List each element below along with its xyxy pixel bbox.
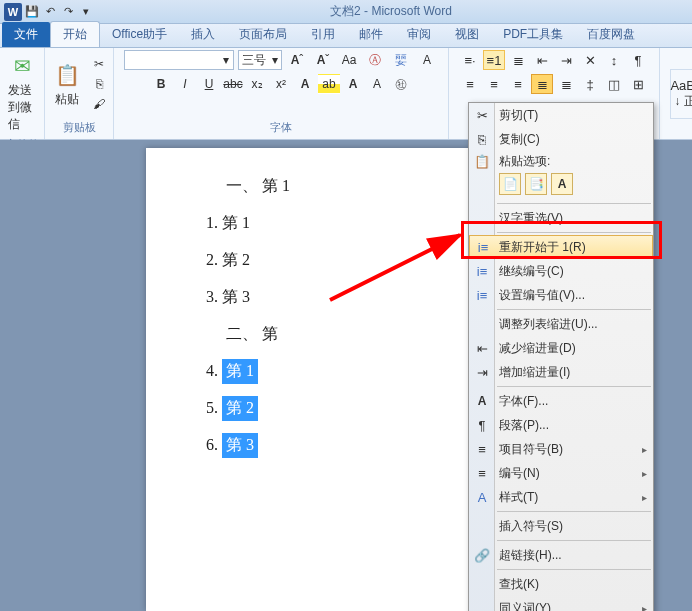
subscript-button[interactable]: x₂ — [246, 74, 268, 94]
title-bar: W 💾 ↶ ↷ ▾ 文档2 - Microsoft Word — [0, 0, 692, 24]
font-size-select[interactable]: 三号▾ — [238, 50, 282, 70]
menu-paragraph[interactable]: ¶段落(P)... — [469, 413, 653, 437]
menu-restart-at-1[interactable]: i≡重新开始于 1(R) — [469, 235, 653, 259]
clear-format-icon[interactable]: Ⓐ — [364, 50, 386, 70]
menu-cut[interactable]: ✂剪切(T) — [469, 103, 653, 127]
menu-decrease-indent[interactable]: ⇤减少缩进量(D) — [469, 336, 653, 360]
tab-review[interactable]: 审阅 — [395, 22, 443, 47]
tab-pdf-tools[interactable]: PDF工具集 — [491, 22, 575, 47]
menu-increase-indent[interactable]: ⇥增加缩进量(I) — [469, 360, 653, 384]
hyperlink-icon: 🔗 — [473, 546, 491, 564]
borders-icon[interactable]: ⊞ — [627, 74, 649, 94]
paste-keep-format-icon[interactable]: 📄 — [499, 173, 521, 195]
separator — [497, 511, 651, 512]
menu-adjust-indent[interactable]: 调整列表缩进(U)... — [469, 312, 653, 336]
menu-numbering[interactable]: ≡编号(N)▸ — [469, 461, 653, 485]
distribute-icon[interactable]: ≣ — [555, 74, 577, 94]
paste-merge-icon[interactable]: 📑 — [525, 173, 547, 195]
menu-hanzi-reselect[interactable]: 汉字重选(V) — [469, 206, 653, 230]
qat-dropdown-icon[interactable]: ▾ — [78, 4, 94, 20]
separator — [497, 232, 651, 233]
submenu-arrow-icon: ▸ — [642, 468, 647, 479]
quick-access-toolbar: W 💾 ↶ ↷ ▾ — [4, 3, 94, 21]
superscript-button[interactable]: x² — [270, 74, 292, 94]
doc-num: 6. — [206, 428, 222, 461]
ribbon-tabs: 文件 开始 Office助手 插入 页面布局 引用 邮件 审阅 视图 PDF工具… — [0, 24, 692, 48]
format-painter-icon[interactable]: 🖌 — [89, 95, 109, 113]
tab-office-helper[interactable]: Office助手 — [100, 22, 179, 47]
menu-styles[interactable]: A样式(T)▸ — [469, 485, 653, 509]
align-right-icon[interactable]: ≡ — [507, 74, 529, 94]
tab-insert[interactable]: 插入 — [179, 22, 227, 47]
line-spacing-icon[interactable]: ‡ — [579, 74, 601, 94]
redo-icon[interactable]: ↷ — [60, 4, 76, 20]
align-center-icon[interactable]: ≡ — [483, 74, 505, 94]
highlight-icon[interactable]: ab — [318, 74, 340, 94]
tab-view[interactable]: 视图 — [443, 22, 491, 47]
undo-icon[interactable]: ↶ — [42, 4, 58, 20]
paste-icon: 📋 — [53, 61, 81, 89]
separator — [497, 386, 651, 387]
send-to-wechat-button[interactable]: ✉ 发送到微信 — [4, 50, 40, 135]
doc-line: 1. 第 1 — [176, 205, 516, 242]
tab-baidu[interactable]: 百度网盘 — [575, 22, 647, 47]
doc-line: 3. 第 3 — [176, 279, 516, 316]
bold-button[interactable]: B — [150, 74, 172, 94]
menu-insert-symbol[interactable]: 插入符号(S) — [469, 514, 653, 538]
style-normal[interactable]: AaBbC ↓ 正文 — [670, 69, 692, 119]
menu-synonyms[interactable]: 同义词(Y)▸ — [469, 596, 653, 611]
show-marks-icon[interactable]: ¶ — [627, 50, 649, 70]
doc-line: 2. 第 2 — [176, 242, 516, 279]
enclose-char-icon[interactable]: ㊓ — [390, 74, 412, 94]
wechat-icon: ✉ — [8, 52, 36, 80]
group-font-label: 字体 — [118, 118, 444, 137]
save-icon[interactable]: 💾 — [24, 4, 40, 20]
multilevel-icon[interactable]: ≣ — [507, 50, 529, 70]
increase-indent-icon[interactable]: ⇥ — [555, 50, 577, 70]
submenu-arrow-icon: ▸ — [642, 492, 647, 503]
tab-mailings[interactable]: 邮件 — [347, 22, 395, 47]
doc-line: 一、 第 1 — [176, 168, 516, 205]
char-shading-icon[interactable]: A — [366, 74, 388, 94]
grow-font-icon[interactable]: Aˆ — [286, 50, 308, 70]
change-case-icon[interactable]: Aa — [338, 50, 360, 70]
strike-button[interactable]: abc — [222, 74, 244, 94]
doc-selected: 第 2 — [222, 396, 258, 421]
menu-continue-numbering[interactable]: i≡继续编号(C) — [469, 259, 653, 283]
menu-hyperlink[interactable]: 🔗超链接(H)... — [469, 543, 653, 567]
numbering-icon[interactable]: ≡1 — [483, 50, 505, 70]
font-color-icon[interactable]: A — [342, 74, 364, 94]
tab-home[interactable]: 开始 — [50, 21, 100, 47]
copy-icon: ⎘ — [473, 130, 491, 148]
decrease-indent-icon[interactable]: ⇤ — [531, 50, 553, 70]
char-border-icon[interactable]: A — [416, 50, 438, 70]
italic-button[interactable]: I — [174, 74, 196, 94]
underline-button[interactable]: U — [198, 74, 220, 94]
paste-button[interactable]: 📋 粘贴 — [49, 59, 85, 110]
shading-icon[interactable]: ◫ — [603, 74, 625, 94]
menu-find[interactable]: 查找(K) — [469, 572, 653, 596]
paste-text-only-icon[interactable]: A — [551, 173, 573, 195]
copy-icon[interactable]: ⎘ — [89, 75, 109, 93]
cut-icon[interactable]: ✂ — [89, 55, 109, 73]
tab-page-layout[interactable]: 页面布局 — [227, 22, 299, 47]
menu-copy[interactable]: ⎘复制(C) — [469, 127, 653, 151]
cut-icon: ✂ — [473, 106, 491, 124]
menu-bullets[interactable]: ≡项目符号(B)▸ — [469, 437, 653, 461]
tab-references[interactable]: 引用 — [299, 22, 347, 47]
tab-file[interactable]: 文件 — [2, 22, 50, 47]
sort-icon[interactable]: ↕ — [603, 50, 625, 70]
menu-set-number-value[interactable]: i≡设置编号值(V)... — [469, 283, 653, 307]
menu-font[interactable]: A字体(F)... — [469, 389, 653, 413]
justify-icon[interactable]: ≣ — [531, 74, 553, 94]
doc-selected: 第 1 — [222, 359, 258, 384]
asian-layout-icon[interactable]: ✕ — [579, 50, 601, 70]
text-effects-icon[interactable]: A — [294, 74, 316, 94]
align-left-icon[interactable]: ≡ — [459, 74, 481, 94]
bullets-icon[interactable]: ≡· — [459, 50, 481, 70]
shrink-font-icon[interactable]: Aˇ — [312, 50, 334, 70]
phonetic-guide-icon[interactable]: 婯 — [390, 50, 412, 70]
submenu-arrow-icon: ▸ — [642, 603, 647, 612]
font-family-select[interactable]: ▾ — [124, 50, 234, 70]
bullets-icon: ≡ — [473, 440, 491, 458]
